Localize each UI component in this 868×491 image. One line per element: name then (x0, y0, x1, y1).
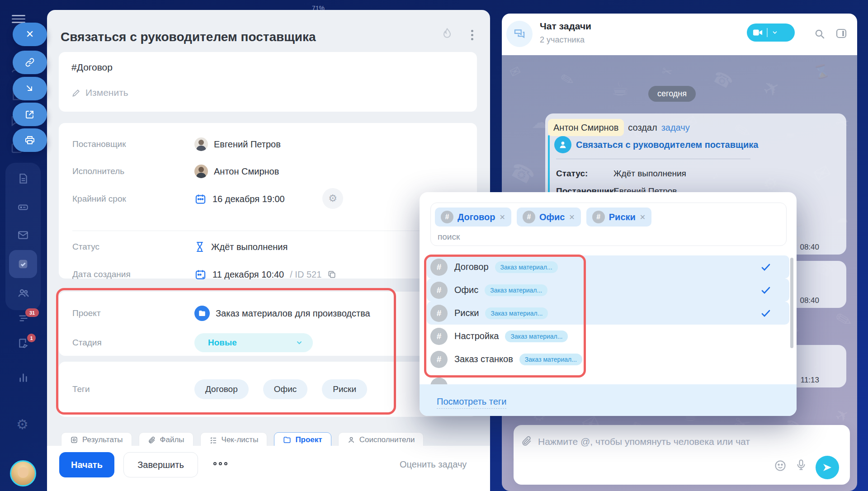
arrow-down-right-icon (24, 83, 35, 94)
message-input[interactable] (537, 436, 772, 448)
stage-label: Стадия (72, 338, 194, 348)
project-value[interactable]: Заказ материалов для производства (194, 306, 370, 321)
folder-tab-icon (283, 436, 291, 444)
view-tags-link[interactable]: Посмотреть теги (437, 397, 506, 409)
task-hashtag: #Договор (71, 62, 113, 73)
message-time: 08:40 (800, 296, 819, 305)
link-icon (24, 57, 35, 68)
hash-icon: # (430, 259, 448, 276)
author-label: Постановщик (72, 139, 194, 149)
print-button[interactable] (13, 128, 47, 152)
kebab-menu-icon[interactable] (467, 28, 476, 42)
attach-paperclip-icon[interactable] (521, 435, 533, 447)
send-plane-icon (822, 462, 833, 473)
doodle-glyph: ☕ (611, 77, 629, 100)
pencil-icon (71, 88, 81, 98)
tag-project-badge: Заказ материал... (505, 330, 568, 342)
tag-pill[interactable]: Договор (194, 379, 249, 399)
open-external-button[interactable] (13, 103, 47, 126)
deadline-label: Крайний срок (72, 194, 194, 204)
hash-icon: # (430, 328, 448, 345)
tag-pill[interactable]: Риски (322, 379, 367, 399)
message-author-chip[interactable]: Антон Смирнов (548, 119, 624, 136)
sidebar-item-storage[interactable] (17, 201, 29, 213)
chat-title: Чат задачи (540, 21, 591, 32)
created-value: 11 декабря 10:40 (212, 269, 284, 280)
hash-icon: # (523, 211, 535, 223)
task-footer: Начать Завершить Оценить задачу (47, 446, 490, 491)
microphone-icon[interactable] (795, 458, 807, 471)
panel-toggle-icon[interactable] (835, 28, 847, 39)
tag-row[interactable]: # Заказ станков Заказ материал... (427, 348, 789, 371)
tag-row[interactable]: # Риски Заказ материал... (427, 302, 789, 325)
doodle-glyph: ✉ (507, 62, 524, 80)
remove-chip-icon[interactable]: ✕ (640, 213, 646, 222)
sidebar-item-stats[interactable] (17, 372, 29, 384)
copy-link-button[interactable] (13, 51, 47, 74)
deadline-value[interactable]: 16 декабря 19:00 (194, 193, 285, 205)
flame-icon[interactable] (441, 27, 453, 40)
tag-search-placeholder: поиск (438, 232, 460, 242)
status-value[interactable]: Ждёт выполнения (194, 241, 288, 253)
popup-scrollbar[interactable] (790, 258, 793, 348)
assignee-value[interactable]: Антон Смирнов (194, 165, 279, 178)
external-link-icon (24, 109, 35, 120)
emoji-icon[interactable] (774, 459, 787, 472)
tag-chip[interactable]: # Риски ✕ (586, 208, 651, 227)
start-button[interactable]: Начать (59, 452, 114, 477)
copy-icon[interactable] (327, 270, 336, 279)
finish-button[interactable]: Завершить (123, 452, 198, 477)
check-icon (760, 285, 771, 296)
hourglass-icon (194, 241, 205, 253)
move-task-button[interactable] (13, 77, 47, 100)
video-camera-icon (753, 28, 763, 37)
more-actions-button[interactable] (213, 462, 227, 465)
tags-card: Теги Договор Офис Риски (59, 362, 477, 417)
user-avatar[interactable] (10, 460, 36, 486)
tag-chip[interactable]: # Договор ✕ (435, 208, 511, 227)
message-action: создал (628, 123, 657, 133)
folder-icon (194, 306, 210, 321)
tag-project-badge: Заказ материал... (495, 261, 558, 273)
deadline-settings-button[interactable]: ⚙ (322, 188, 343, 209)
chat-participants: 2 участника (540, 35, 585, 45)
tag-chip[interactable]: # Офис ✕ (517, 208, 581, 227)
chat-task-title[interactable]: Связаться с руководителем поставщика (576, 140, 758, 150)
task-link[interactable]: задачу (661, 123, 690, 133)
stage-dropdown[interactable]: Новые (194, 333, 313, 352)
send-button[interactable] (816, 456, 839, 479)
video-call-button[interactable] (747, 24, 795, 42)
chevron-down-icon (296, 339, 303, 346)
app-window: 71% ✕ 31 1 ⚙ Связаться с руководител (0, 0, 868, 491)
remove-chip-icon[interactable]: ✕ (569, 213, 575, 222)
tag-row[interactable]: # Офис Заказ материал... (427, 279, 789, 302)
edit-description-button[interactable]: Изменить (71, 87, 128, 98)
feed-badge: 31 (25, 308, 39, 317)
author-avatar (194, 137, 208, 151)
tags-label: Теги (72, 384, 194, 394)
chat-status-label: Статус: (556, 169, 613, 179)
project-card: Проект Заказ материалов для производства… (59, 292, 477, 356)
paperclip-icon (148, 436, 156, 444)
sidebar-item-documents[interactable] (17, 173, 29, 184)
tag-row[interactable]: # Настройка Заказ материал... (427, 325, 789, 348)
notes-badge: 1 (27, 334, 36, 342)
sidebar-item-mail[interactable] (17, 229, 29, 241)
chat-date-pill: сегодня (648, 86, 696, 102)
tag-row[interactable]: # Договор Заказ материал... (427, 255, 789, 279)
close-icon: ✕ (26, 28, 34, 40)
tasks-checkbox-icon (17, 258, 29, 270)
sidebar-settings-gear-icon[interactable]: ⚙ (16, 416, 28, 432)
tag-pill[interactable]: Офис (263, 379, 308, 399)
chat-status-value: Ждёт выполнения (613, 169, 686, 179)
author-value[interactable]: Евгений Петров (194, 137, 281, 151)
remove-chip-icon[interactable]: ✕ (499, 213, 505, 222)
sidebar-item-team[interactable] (17, 287, 30, 299)
search-icon[interactable] (814, 28, 826, 40)
tag-picker-popup: # Договор ✕ # Офис ✕ # Риски ✕ поиск # Д… (420, 192, 797, 416)
close-task-button[interactable]: ✕ (13, 23, 47, 46)
video-chevron-icon (772, 29, 778, 36)
doodle-glyph: ☎ (506, 157, 538, 189)
sidebar-item-tasks[interactable] (9, 250, 37, 278)
rate-task-button[interactable]: Оценить задачу (400, 459, 467, 470)
